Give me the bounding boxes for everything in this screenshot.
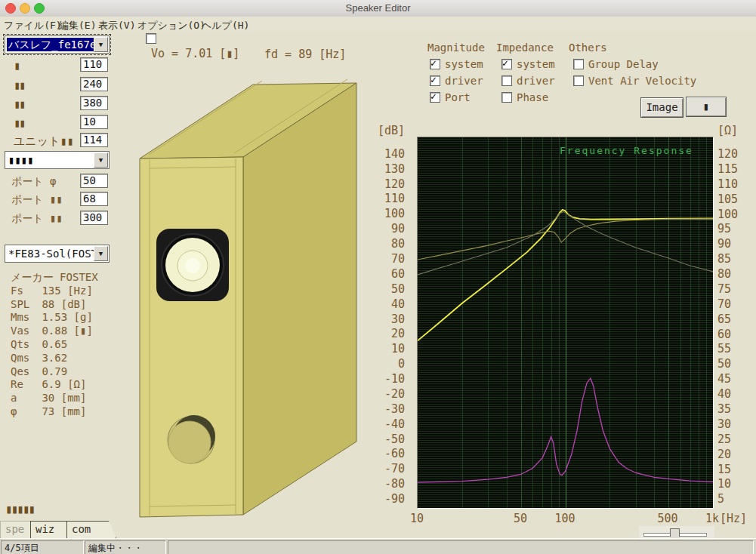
tab-com[interactable]: com	[66, 521, 116, 538]
box-param-field-2[interactable]: 240	[80, 77, 108, 91]
magnitude-system-checkbox[interactable]	[430, 59, 440, 69]
axis-tick-label: 50	[717, 357, 731, 371]
group-delay-checkbox[interactable]	[573, 59, 584, 69]
menu-edit[interactable]: 編集(E)	[59, 19, 96, 32]
axis-tick-label: 80	[717, 267, 731, 281]
driver-file-combo[interactable]: *FE83-Sol(FOSTE ▼	[5, 245, 110, 263]
axis-tick-label: 1k	[690, 512, 735, 525]
box-param-field-4[interactable]: 10	[80, 115, 108, 129]
axis-tick-label: [dB]	[375, 124, 405, 137]
vent-air-velocity-label: Vent Air Velocity	[588, 75, 696, 87]
unit-type-combo[interactable]: ▮▮▮▮ ▼	[5, 151, 110, 169]
spec-phi-name: φ	[11, 405, 35, 417]
title-bar: Speaker Editor	[0, 0, 756, 17]
axis-tick-label: 40	[717, 387, 731, 401]
magnitude-system-label: system	[445, 58, 483, 70]
driver-spec-list: メーカー FOSTEX Fs 135 [Hz] SPL 88 [dB] Mms …	[11, 271, 98, 419]
axis-tick-label: 60	[717, 328, 731, 341]
spec-phi-value: 73 [mm]	[42, 405, 86, 417]
port-param-field-2[interactable]: 68	[80, 192, 108, 206]
box-param-field-1[interactable]: 110	[80, 57, 108, 72]
axis-tick-label: 105	[717, 192, 738, 206]
axis-tick-label: 100	[717, 208, 738, 221]
menu-options[interactable]: オプション(O)	[137, 19, 205, 32]
chevron-down-icon[interactable]: ▼	[94, 246, 108, 261]
axis-tick-label: 115	[717, 162, 738, 176]
spec-fs-value: 135 [Hz]	[42, 285, 92, 297]
axis-tick-label: 85	[717, 252, 731, 266]
axis-tick-label: 120	[717, 147, 738, 161]
driver-unit	[156, 229, 229, 301]
magnitude-driver-checkbox[interactable]	[430, 75, 440, 86]
spec-qes-name: Qes	[11, 365, 35, 377]
enclosure-file-combo[interactable]: バスレフ_fe167e.txt ▼	[5, 35, 110, 54]
axis-tick-label: 10	[394, 512, 440, 525]
series-driver-magnitude	[418, 219, 713, 260]
top-option-checkbox[interactable]	[146, 33, 156, 44]
port-diameter-field[interactable]: 50	[80, 174, 108, 188]
speaker-box-render	[128, 72, 370, 525]
axis-tick-label: 10	[717, 477, 731, 491]
vo-value: Vo = 7.01 [▮]	[151, 47, 239, 60]
axis-tick-label: [Ω]	[717, 124, 738, 137]
spec-a-name: a	[11, 392, 35, 404]
vent-air-velocity-checkbox[interactable]	[573, 75, 584, 86]
fd-value: fd = 89 [Hz]	[264, 48, 346, 61]
box-param-label-3: ▮▮	[14, 97, 24, 111]
port-diameter-label: ポート φ	[11, 175, 57, 189]
menu-help[interactable]: ヘルプ(H)	[202, 19, 249, 32]
execute-button[interactable]: ▮	[686, 97, 727, 117]
status-edit-state: 編集中・・・	[85, 540, 166, 554]
magnitude-group-title: Magnitude	[427, 42, 485, 54]
group-delay-label: Group Delay	[588, 58, 659, 70]
axis-tick-label: 100	[542, 512, 588, 525]
spec-qts-name: Qts	[11, 338, 35, 350]
spec-a-value: 30 [mm]	[42, 392, 86, 404]
spec-spl-value: 88 [dB]	[42, 298, 86, 310]
impedance-driver-checkbox[interactable]	[501, 75, 512, 86]
spec-vas-value: 0.88 [▮]	[42, 325, 92, 337]
status-item-count: 4/5項目	[1, 540, 84, 554]
axis-tick-label: 55	[717, 342, 731, 355]
impedance-phase-checkbox[interactable]	[501, 92, 512, 103]
unit-param-label: ユニット▮▮	[14, 134, 73, 149]
spec-mms-value: 1.53 [g]	[42, 311, 92, 323]
menu-bar: ファイル(F) 編集(E) 表示(V) オプション(O) ヘルプ(H)	[0, 17, 756, 32]
others-group-title: Others	[569, 42, 607, 54]
impedance-group-title: Impedance	[496, 42, 554, 54]
series-system-impedance	[418, 378, 713, 482]
series-port-magnitude	[418, 211, 713, 275]
magnitude-port-label: Port	[445, 91, 471, 103]
menu-file[interactable]: ファイル(F)	[4, 19, 62, 32]
image-button[interactable]: Image	[640, 97, 683, 118]
spec-qms-name: Qms	[11, 352, 35, 364]
chevron-down-icon[interactable]: ▼	[94, 152, 108, 168]
status-extra	[168, 540, 754, 554]
axis-tick-label: 5	[717, 492, 724, 506]
spec-fs-name: Fs	[11, 285, 35, 297]
spec-re-value: 6.9 [Ω]	[42, 378, 86, 390]
menu-view[interactable]: 表示(V)	[98, 19, 135, 32]
chevron-down-icon[interactable]: ▼	[94, 37, 108, 52]
series-system-magnitude	[418, 210, 713, 341]
axis-tick-label: 35	[717, 402, 731, 416]
impedance-driver-label: driver	[517, 75, 555, 87]
box-param-field-3[interactable]: 380	[80, 96, 108, 110]
speaker-editor-window: Speaker Editor ファイル(F) 編集(E) 表示(V) オプション…	[0, 0, 756, 554]
axis-tick-label: 25	[717, 432, 731, 446]
status-bar: 4/5項目 編集中・・・	[0, 538, 756, 554]
magnitude-port-checkbox[interactable]	[430, 92, 440, 103]
spec-spl-name: SPL	[11, 298, 35, 310]
bottom-block-indicators: ▮▮▮▮▮	[5, 502, 34, 516]
spec-maker-name: メーカー	[11, 271, 54, 285]
port-param-field-3[interactable]: 300	[80, 211, 108, 225]
axis-tick-label: 20	[717, 448, 731, 461]
axis-tick-label: 110	[717, 177, 738, 191]
spec-maker-value: FOSTEX	[60, 271, 98, 283]
axis-tick-label: 15	[717, 463, 731, 476]
box-param-label-2: ▮▮	[14, 78, 24, 92]
unit-param-field[interactable]: 114	[80, 133, 108, 147]
box-param-label-4: ▮▮	[14, 116, 24, 130]
axis-tick-label: 95	[717, 222, 731, 235]
impedance-system-checkbox[interactable]	[501, 59, 512, 69]
